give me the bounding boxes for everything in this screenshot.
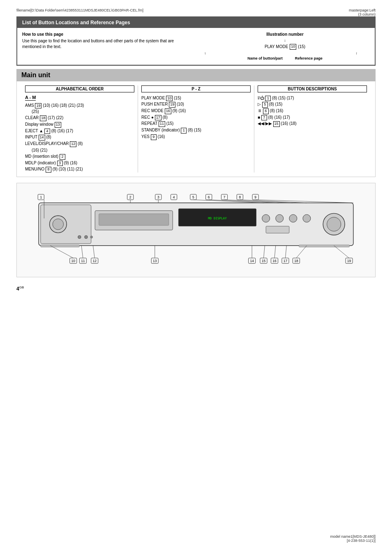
main-box: List of Button Locations and Reference P… xyxy=(16,16,376,66)
entry-list-pz: PLAY MODE 10 (15) PUSH ENTER 19 (10) REC… xyxy=(141,95,251,140)
illustration-guide: Illustration number ↓ PLAY MODE 10 (15) … xyxy=(200,32,370,60)
svg-text:12: 12 xyxy=(93,259,97,263)
file-path: filename[D:\Data Folder\sem\4238553111MD… xyxy=(16,8,376,12)
list-item: CLEAR 18 (17) (22) xyxy=(25,115,134,121)
ref-label: Reference page xyxy=(295,56,323,60)
list-item: AMS 19 (10) (16) (18) (21) (23) xyxy=(25,102,134,109)
list-item: PUSH ENTER 19 (10) xyxy=(141,101,251,108)
svg-line-69 xyxy=(334,246,349,258)
illus-label: Illustration number xyxy=(200,32,370,37)
list-item: (25) xyxy=(32,108,134,115)
list-item: PLAY MODE 10 (15) xyxy=(141,95,251,101)
how-to-title: How to use this page xyxy=(22,32,192,37)
play-mode-example: PLAY MODE 10 (15) xyxy=(200,44,370,50)
list-item: ⏸ 6 (8) (16) xyxy=(258,108,367,114)
svg-line-72 xyxy=(274,246,276,258)
svg-rect-12 xyxy=(266,226,289,233)
list-item: MD (insertion slot) 2 xyxy=(25,153,134,160)
svg-line-73 xyxy=(285,246,286,258)
svg-point-10 xyxy=(289,214,297,222)
list-item: REPEAT 11 (15) xyxy=(141,120,251,127)
svg-text:14: 14 xyxy=(250,259,254,263)
col2-header: P - Z xyxy=(141,85,251,92)
svg-text:10: 10 xyxy=(71,259,76,263)
columns-container: ALPHABETICAL ORDER A - M AMS 19 (10) (16… xyxy=(16,81,376,177)
svg-text:MD DISPLAY: MD DISPLAY xyxy=(208,216,227,220)
svg-point-15 xyxy=(78,235,81,239)
how-to-text: Use this page to find the location and b… xyxy=(22,38,192,50)
svg-text:6: 6 xyxy=(208,195,210,199)
svg-text:17: 17 xyxy=(284,259,288,263)
list-item: ■ 7 (8) (16) (17) xyxy=(258,114,367,121)
svg-text:9: 9 xyxy=(254,195,256,199)
col-pz: P - Z PLAY MODE 10 (15) PUSH ENTER 19 (1… xyxy=(138,85,254,173)
entry-list-am: AMS 19 (10) (16) (18) (21) (23) (25) CLE… xyxy=(25,102,134,173)
arrow-down-illus: ↓ xyxy=(200,38,370,42)
how-to-section: How to use this page Use this page to fi… xyxy=(17,28,375,65)
svg-line-50 xyxy=(81,246,83,258)
col-btn-desc: BUTTON DESCRIPTIONS I/⏻ 1 (8) (15) (17) … xyxy=(254,85,370,173)
list-item: (16) (21) xyxy=(32,147,134,153)
name-ref-row: Name of button/part Reference page xyxy=(200,56,370,60)
svg-text:8: 8 xyxy=(239,195,241,199)
svg-line-74 xyxy=(296,246,307,258)
list-item: INPUT 14 (8) xyxy=(25,134,134,140)
svg-text:1: 1 xyxy=(40,195,42,199)
page-number: 4GB xyxy=(16,286,376,292)
page-container: filename[D:\Data Folder\sem\4238553111MD… xyxy=(0,0,392,555)
svg-text:3: 3 xyxy=(157,195,159,199)
entry-list-btns: I/⏻ 1 (8) (15) (17) ▷ 5 (8) (15) ⏸ 6 (8)… xyxy=(258,95,367,127)
subsection-am: A - M xyxy=(25,95,36,101)
list-item: EJECT ▲ 4 (8) (16) (17) xyxy=(25,128,134,134)
svg-point-17 xyxy=(90,236,93,238)
list-item: LEVEL/DISPLAY/CHAR 12 (8) xyxy=(25,140,134,147)
list-item: I/⏻ 1 (8) (15) (17) xyxy=(258,95,367,101)
svg-point-8 xyxy=(262,214,270,222)
svg-text:11: 11 xyxy=(81,259,85,263)
svg-text:15: 15 xyxy=(262,259,266,263)
col3-header: BUTTON DESCRIPTIONS xyxy=(258,85,367,92)
svg-point-11 xyxy=(303,214,311,222)
list-item: YES 9 (16) xyxy=(141,134,251,140)
svg-point-9 xyxy=(276,214,284,222)
svg-text:19: 19 xyxy=(347,259,351,263)
list-item: STANDBY (indicator) 1 (8) (15) xyxy=(141,127,251,134)
device-svg: MD DISPLAY xyxy=(21,187,371,273)
list-item: ◀◀/▶▶ 15 (16) (18) xyxy=(258,120,367,127)
name-label: Name of button/part xyxy=(247,56,283,60)
main-unit-section: Main unit ALPHABETICAL ORDER A - M AMS 1… xyxy=(16,69,376,277)
example-ref: (15) xyxy=(298,44,305,49)
svg-text:7: 7 xyxy=(224,195,226,199)
svg-text:16: 16 xyxy=(272,259,277,263)
svg-text:18: 18 xyxy=(294,259,298,263)
svg-point-3 xyxy=(53,219,63,229)
list-item: MDLP (indicator) 3 (9) (16) xyxy=(25,160,134,166)
example-num: 10 xyxy=(290,44,296,50)
svg-text:2: 2 xyxy=(129,195,131,199)
list-item: MENU/NO 8 (9) (10) (11) (21) xyxy=(25,166,134,173)
col-alpha: ALPHABETICAL ORDER A - M AMS 19 (10) (16… xyxy=(22,85,138,173)
col1-header: ALPHABETICAL ORDER xyxy=(25,85,134,92)
section-title: Main unit xyxy=(16,69,376,81)
svg-line-47 xyxy=(50,246,73,258)
name-ref-labels: ↑ ↑ xyxy=(200,51,370,55)
svg-line-71 xyxy=(264,246,265,258)
svg-text:5: 5 xyxy=(192,195,194,199)
main-title: List of Button Locations and Reference P… xyxy=(17,17,375,28)
svg-line-53 xyxy=(93,246,95,258)
masterpage-label: masterpage:Left (3 column) xyxy=(349,8,376,16)
svg-text:13: 13 xyxy=(153,259,157,263)
model-name: model name1[MDS-JE480]] [4-238-553-11(1)… xyxy=(330,534,376,543)
list-item: Display window 13 xyxy=(25,121,134,128)
svg-text:4: 4 xyxy=(173,195,175,199)
svg-line-38 xyxy=(224,200,293,203)
play-mode-text: PLAY MODE xyxy=(265,44,288,49)
list-item: ▷ 5 (8) (15) xyxy=(258,101,367,108)
svg-line-32 xyxy=(193,200,264,203)
how-to-left: How to use this page Use this page to fi… xyxy=(22,32,192,60)
list-item: REC MODE 16 (9) (16) xyxy=(141,108,251,114)
svg-rect-5 xyxy=(99,214,169,225)
svg-rect-18 xyxy=(41,245,80,247)
svg-point-16 xyxy=(85,235,88,239)
list-item: REC ● 17 (8) xyxy=(141,114,251,121)
